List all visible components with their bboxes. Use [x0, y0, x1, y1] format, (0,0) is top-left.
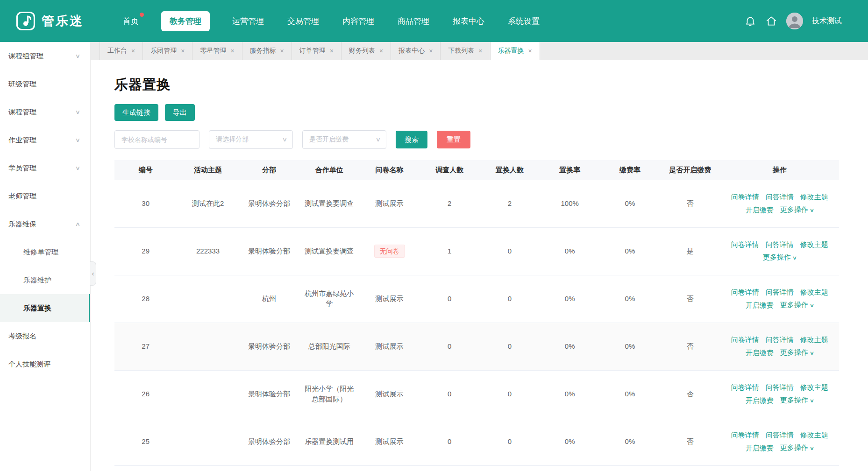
top-nav-item-报表中心[interactable]: 报表中心 [452, 11, 485, 31]
tab-财务列表[interactable]: 财务列表× [342, 42, 391, 60]
branch-select[interactable]: 请选择分部 ∨ [209, 130, 293, 149]
top-nav-item-商品管理[interactable]: 商品管理 [397, 11, 430, 31]
sidebar-item-label: 个人技能测评 [8, 360, 50, 369]
cell-replaced-count: 2 [480, 180, 540, 227]
close-icon[interactable]: × [230, 48, 234, 54]
tab-工作台[interactable]: 工作台× [100, 42, 143, 60]
sidebar-collapse-handle[interactable]: ‹ [90, 261, 96, 286]
close-icon[interactable]: × [528, 48, 532, 54]
action-link-问答详情[interactable]: 问答详情 [766, 333, 794, 346]
cell-partner: 杭州市嘉绿苑小学 [299, 275, 359, 323]
sidebar-item-乐器维保[interactable]: 乐器维保∧ [0, 210, 90, 238]
action-link-开启缴费[interactable]: 开启缴费 [746, 442, 774, 454]
sidebar-item-考级报名[interactable]: 考级报名 [0, 322, 90, 350]
tab-零星管理[interactable]: 零星管理× [192, 42, 242, 60]
open-tabs-bar: 工作台×乐团管理×零星管理×服务指标×订单管理×财务列表×报表中心×下载列表×乐… [91, 42, 868, 60]
action-link-修改主题[interactable]: 修改主题 [800, 429, 828, 441]
close-icon[interactable]: × [181, 48, 185, 54]
tab-label: 乐器置换 [498, 47, 524, 55]
top-nav-item-运营管理[interactable]: 运营管理 [231, 11, 265, 31]
tab-服务指标[interactable]: 服务指标× [242, 42, 292, 60]
action-link-问答详情[interactable]: 问答详情 [766, 381, 794, 394]
action-link-问卷详情[interactable]: 问卷详情 [731, 333, 759, 346]
cell-surveyed-count: 1 [420, 227, 480, 275]
tab-label: 报表中心 [398, 47, 425, 55]
action-link-更多操作[interactable]: 更多操作∨ [780, 441, 814, 455]
notification-bell-icon[interactable] [744, 15, 756, 27]
top-nav-item-首页[interactable]: 首页 [122, 11, 140, 31]
action-link-问卷详情[interactable]: 问卷详情 [731, 429, 759, 441]
table-body: 30测试在此2景明体验分部测试置换要调查测试展示22100%0%否问卷详情问答详… [114, 180, 839, 465]
tab-报表中心[interactable]: 报表中心× [391, 42, 441, 60]
action-link-问卷详情[interactable]: 问卷详情 [731, 286, 759, 298]
action-link-更多操作[interactable]: 更多操作∨ [780, 346, 814, 359]
action-link-更多操作[interactable]: 更多操作∨ [780, 203, 814, 217]
sidebar-item-课程组管理[interactable]: 课程组管理∨ [0, 42, 90, 70]
sidebar-item-乐器维护[interactable]: 乐器维护 [0, 266, 90, 294]
tab-订单管理[interactable]: 订单管理× [292, 42, 342, 60]
action-link-修改主题[interactable]: 修改主题 [800, 381, 828, 394]
tab-label: 乐团管理 [150, 47, 177, 55]
no-survey-badge: 无问卷 [374, 245, 405, 258]
cell-replace-rate: 0% [540, 227, 600, 275]
sidebar-item-维修单管理[interactable]: 维修单管理 [0, 238, 90, 266]
school-search-input[interactable] [114, 130, 199, 149]
sidebar-item-课程管理[interactable]: 课程管理∨ [0, 98, 90, 126]
cell-id: 25 [114, 418, 177, 465]
table-row: 27景明体验分部总部阳光国际测试展示000%0%否问卷详情问答详情修改主题开启缴… [114, 323, 839, 370]
action-link-修改主题[interactable]: 修改主题 [800, 190, 828, 203]
top-nav-item-系统设置[interactable]: 系统设置 [507, 11, 541, 31]
user-avatar[interactable] [786, 13, 803, 29]
generate-link-button[interactable]: 生成链接 [114, 104, 158, 121]
action-link-问卷详情[interactable]: 问卷详情 [731, 381, 759, 394]
cell-actions: 问卷详情问答详情修改主题开启缴费更多操作∨ [720, 323, 840, 370]
action-link-问答详情[interactable]: 问答详情 [766, 238, 794, 251]
action-link-修改主题[interactable]: 修改主题 [800, 333, 828, 346]
tab-下载列表[interactable]: 下载列表× [441, 42, 490, 60]
action-link-开启缴费[interactable]: 开启缴费 [746, 346, 774, 359]
cell-fee-rate: 0% [600, 180, 660, 227]
action-link-问卷详情[interactable]: 问卷详情 [731, 190, 759, 203]
action-link-问卷详情[interactable]: 问卷详情 [731, 238, 759, 251]
sidebar-item-label: 作业管理 [8, 136, 36, 145]
action-link-开启缴费[interactable]: 开启缴费 [746, 394, 774, 407]
export-button[interactable]: 导出 [165, 104, 195, 121]
close-icon[interactable]: × [478, 48, 482, 54]
action-link-修改主题[interactable]: 修改主题 [800, 286, 828, 298]
fee-open-select[interactable]: 是否开启缴费 ∨ [302, 130, 386, 149]
home-icon[interactable] [765, 15, 777, 27]
top-nav-item-内容管理[interactable]: 内容管理 [342, 11, 375, 31]
sidebar-item-老师管理[interactable]: 老师管理 [0, 182, 90, 210]
sidebar-item-学员管理[interactable]: 学员管理∨ [0, 154, 90, 182]
search-button[interactable]: 搜索 [396, 131, 427, 148]
cell-fee-open: 否 [660, 180, 720, 227]
action-link-问答详情[interactable]: 问答详情 [766, 190, 794, 203]
top-nav-item-教务管理[interactable]: 教务管理 [161, 11, 210, 31]
action-link-更多操作[interactable]: 更多操作∨ [763, 251, 797, 264]
action-link-更多操作[interactable]: 更多操作∨ [780, 394, 814, 407]
close-icon[interactable]: × [280, 48, 284, 54]
close-icon[interactable]: × [379, 48, 383, 54]
user-name[interactable]: 技术测试 [812, 16, 842, 26]
tab-乐团管理[interactable]: 乐团管理× [143, 42, 192, 60]
cell-replaced-count: 0 [480, 323, 540, 370]
reset-button[interactable]: 重置 [437, 131, 470, 148]
action-link-开启缴费[interactable]: 开启缴费 [746, 204, 774, 216]
sidebar-item-个人技能测评[interactable]: 个人技能测评 [0, 350, 90, 378]
cell-replace-rate: 0% [540, 370, 600, 418]
top-nav-item-交易管理[interactable]: 交易管理 [286, 11, 320, 31]
sidebar-item-班级管理[interactable]: 班级管理 [0, 70, 90, 98]
action-link-修改主题[interactable]: 修改主题 [800, 238, 828, 251]
close-icon[interactable]: × [131, 48, 135, 54]
action-link-开启缴费[interactable]: 开启缴费 [746, 299, 774, 311]
cell-id: 28 [114, 275, 177, 323]
sidebar-item-作业管理[interactable]: 作业管理∨ [0, 126, 90, 154]
action-link-更多操作[interactable]: 更多操作∨ [780, 298, 814, 312]
action-link-问答详情[interactable]: 问答详情 [766, 286, 794, 298]
close-icon[interactable]: × [330, 48, 334, 54]
sidebar-item-乐器置换[interactable]: 乐器置换 [0, 294, 90, 322]
action-link-问答详情[interactable]: 问答详情 [766, 429, 794, 441]
cell-topic [177, 275, 239, 323]
close-icon[interactable]: × [429, 48, 433, 54]
tab-乐器置换[interactable]: 乐器置换× [491, 42, 540, 60]
